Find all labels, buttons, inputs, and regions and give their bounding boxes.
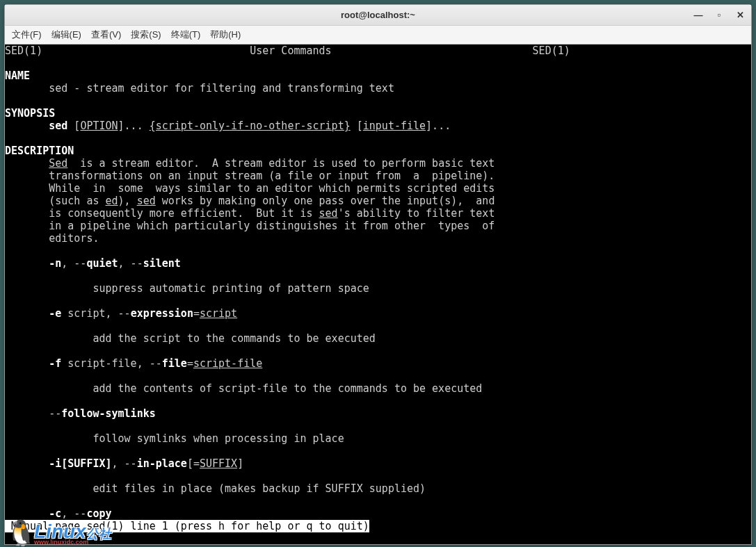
- opt-i-desc: edit files in place (makes backup if SUF…: [5, 482, 426, 495]
- desc-l7: editors.: [5, 232, 99, 245]
- man-header-left: SED(1): [5, 44, 42, 57]
- opt-e-script: script: [200, 307, 237, 320]
- menu-terminal[interactable]: 终端(T): [171, 28, 201, 41]
- opt-e-desc: add the script to the commands to be exe…: [5, 332, 376, 345]
- close-button[interactable]: ✕: [734, 10, 746, 21]
- desc-l3: While in some ways similar to an editor …: [5, 182, 494, 195]
- minimize-button[interactable]: —: [693, 10, 704, 21]
- synopsis-script: {script-only-if-no-other-script}: [150, 120, 351, 132]
- maximize-button[interactable]: ▫: [714, 10, 725, 21]
- titlebar: root@localhost:~ — ▫ ✕: [5, 5, 751, 26]
- opt-c: c: [55, 507, 61, 520]
- opt-follow-symlinks: follow-symlinks: [61, 407, 155, 420]
- opt-n: n: [55, 257, 61, 270]
- opt-in-place: in-place: [137, 457, 187, 470]
- synopsis-file: input-file: [363, 120, 426, 132]
- man-header-right: SED(1): [533, 44, 570, 57]
- terminal-viewport[interactable]: SED(1) User Commands SED(1) NAME sed - s…: [5, 44, 751, 544]
- section-name: NAME: [5, 70, 30, 82]
- section-description: DESCRIPTION: [5, 145, 74, 157]
- name-line: sed - stream editor for filtering and tr…: [5, 82, 394, 95]
- opt-expression: expression: [131, 307, 193, 320]
- man-status-line: Manual page sed(1) line 1 (press h for h…: [5, 520, 369, 532]
- menubar: 文件(F) 编辑(E) 查看(V) 搜索(S) 终端(T) 帮助(H): [5, 26, 751, 44]
- opt-copy: copy: [86, 507, 111, 520]
- opt-file: file: [162, 357, 187, 370]
- man-header-center: User Commands: [250, 44, 331, 57]
- desc-ed: ed: [106, 195, 118, 207]
- opt-silent: silent: [143, 257, 181, 270]
- desc-sed: Sed: [49, 157, 67, 170]
- desc-l2: transformations on an input stream (a fi…: [5, 170, 494, 182]
- synopsis-cmd: sed: [49, 120, 67, 132]
- window-title: root@localhost:~: [341, 10, 415, 20]
- menu-search[interactable]: 搜索(S): [131, 28, 161, 41]
- synopsis-option: OPTION: [80, 120, 118, 132]
- desc-l6: in a pipeline which particularly disting…: [5, 220, 494, 232]
- opt-f: f: [55, 357, 61, 370]
- menu-view[interactable]: 查看(V): [91, 28, 121, 41]
- opt-f-desc: add the contents of script-file to the c…: [5, 382, 482, 395]
- section-synopsis: SYNOPSIS: [5, 107, 55, 120]
- opt-n-desc: suppress automatic printing of pattern s…: [5, 282, 369, 295]
- menu-help[interactable]: 帮助(H): [210, 28, 241, 41]
- opt-quiet: quiet: [86, 257, 118, 270]
- terminal-window: root@localhost:~ — ▫ ✕ 文件(F) 编辑(E) 查看(V)…: [4, 4, 752, 545]
- opt-e: e: [55, 307, 61, 320]
- menu-edit[interactable]: 编辑(E): [51, 28, 81, 41]
- opt-i-suffix: SUFFIX: [200, 457, 237, 470]
- opt-i: i[SUFFIX]: [55, 457, 111, 470]
- window-controls: — ▫ ✕: [693, 5, 746, 25]
- menu-file[interactable]: 文件(F): [12, 28, 42, 41]
- opt-f-scriptfile: script-file: [193, 357, 262, 370]
- opt-fs-desc: follow symlinks when processing in place: [5, 432, 344, 445]
